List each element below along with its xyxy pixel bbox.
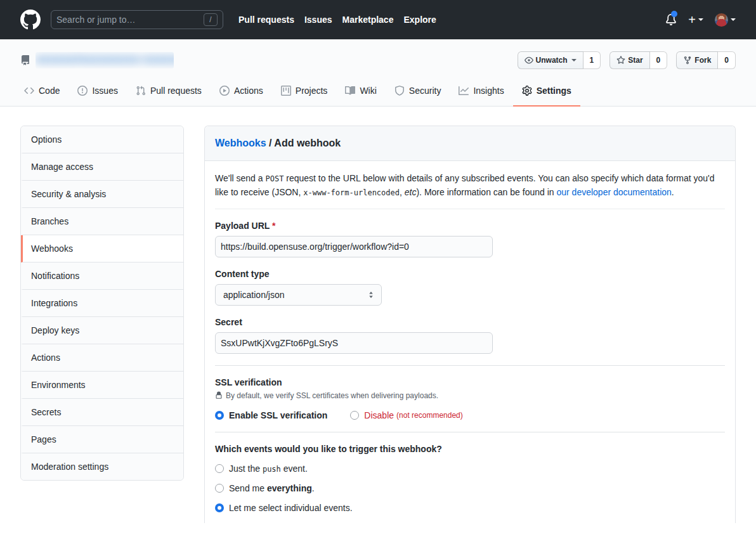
enable-ssl-radio[interactable]: Enable SSL verification bbox=[215, 410, 327, 420]
tab-security[interactable]: Security bbox=[386, 77, 450, 107]
settings-sidebar: Options Manage access Security & analysi… bbox=[20, 126, 184, 481]
event-option-individual[interactable]: Let me select individual events. bbox=[215, 503, 725, 513]
create-new-menu[interactable]: + bbox=[688, 13, 703, 26]
sidebar-item-secrets[interactable]: Secrets bbox=[21, 399, 183, 426]
fork-label: Fork bbox=[694, 56, 711, 65]
page-title: Add webhook bbox=[274, 138, 341, 148]
required-asterisk: * bbox=[272, 221, 275, 231]
sidebar-item-integrations[interactable]: Integrations bbox=[21, 290, 183, 317]
tab-issues[interactable]: Issues bbox=[68, 77, 126, 107]
disable-ssl-radio[interactable]: Disable (not recommended) bbox=[350, 410, 462, 420]
sidebar-item-environments[interactable]: Environments bbox=[21, 372, 183, 399]
sidebar-item-pages[interactable]: Pages bbox=[21, 426, 183, 453]
star-count[interactable]: 0 bbox=[650, 51, 668, 69]
chevron-down-icon bbox=[731, 18, 736, 23]
tab-wiki[interactable]: Wiki bbox=[336, 77, 385, 107]
eye-icon bbox=[525, 56, 533, 65]
notifications-bell[interactable] bbox=[665, 14, 677, 25]
breadcrumb-separator: / bbox=[266, 138, 275, 148]
tab-code[interactable]: Code bbox=[15, 77, 68, 107]
avatar bbox=[715, 13, 728, 27]
tab-actions[interactable]: Actions bbox=[211, 77, 272, 107]
nav-explore[interactable]: Explore bbox=[398, 10, 441, 30]
book-icon bbox=[345, 86, 355, 96]
radio-unselected-icon[interactable] bbox=[350, 411, 359, 420]
radio-selected-icon[interactable] bbox=[215, 503, 224, 512]
radio-selected-icon[interactable] bbox=[215, 411, 224, 420]
tab-pull-requests[interactable]: Pull requests bbox=[127, 77, 211, 107]
slash-shortcut-key: / bbox=[204, 13, 218, 26]
sidebar-item-options[interactable]: Options bbox=[21, 126, 183, 153]
graph-icon bbox=[459, 86, 469, 96]
sidebar-item-moderation-settings[interactable]: Moderation settings bbox=[21, 453, 183, 480]
select-arrows-icon bbox=[366, 290, 376, 300]
webhook-intro-text: We'll send a POST request to the URL bel… bbox=[215, 171, 725, 209]
payload-url-label: Payload URL * bbox=[215, 221, 725, 231]
content-type-select[interactable]: application/json bbox=[215, 284, 382, 306]
search-input[interactable] bbox=[56, 15, 204, 25]
sidebar-item-webhooks[interactable]: Webhooks bbox=[21, 235, 183, 263]
sidebar-item-branches[interactable]: Branches bbox=[21, 208, 183, 235]
star-icon bbox=[616, 56, 625, 65]
developer-documentation-link[interactable]: our developer documentation bbox=[556, 187, 671, 197]
secret-input[interactable] bbox=[215, 332, 493, 354]
events-heading: Which events would you like to trigger t… bbox=[215, 444, 725, 454]
top-nav: Pull requests Issues Marketplace Explore bbox=[233, 10, 441, 30]
secret-label: Secret bbox=[215, 317, 725, 327]
star-button[interactable]: Star bbox=[609, 51, 649, 69]
shield-icon bbox=[394, 86, 405, 96]
sidebar-item-actions[interactable]: Actions bbox=[21, 344, 183, 372]
content-type-selected-value: application/json bbox=[223, 290, 285, 300]
tab-projects[interactable]: Projects bbox=[272, 77, 337, 107]
repo-header: ssssss/sssssssss-ssssss Unwatch 1 Star 0 bbox=[0, 39, 756, 107]
tab-insights[interactable]: Insights bbox=[450, 77, 512, 107]
repo-icon bbox=[20, 55, 30, 65]
ssl-heading: SSL verification bbox=[215, 377, 725, 387]
radio-unselected-icon[interactable] bbox=[215, 484, 224, 493]
git-pull-request-icon bbox=[136, 86, 146, 96]
project-icon bbox=[281, 86, 291, 96]
fork-button[interactable]: Fork bbox=[676, 51, 718, 69]
nav-marketplace[interactable]: Marketplace bbox=[337, 10, 399, 30]
unwatch-label: Unwatch bbox=[536, 56, 568, 65]
sidebar-item-notifications[interactable]: Notifications bbox=[21, 263, 183, 290]
events-section: Which events would you like to trigger t… bbox=[215, 444, 725, 513]
user-menu[interactable] bbox=[715, 13, 736, 27]
nav-issues[interactable]: Issues bbox=[299, 10, 337, 30]
ssl-note: By default, we verify SSL certificates w… bbox=[215, 391, 725, 400]
breadcrumb-webhooks-link[interactable]: Webhooks bbox=[215, 138, 266, 148]
search-box[interactable]: / bbox=[51, 10, 223, 29]
content-type-label: Content type bbox=[215, 269, 725, 279]
repo-name-blur-text: ssssss/sssssssss-ssssss bbox=[36, 52, 174, 65]
webhook-panel: Webhooks / Add webhook We'll send a POST… bbox=[204, 126, 736, 523]
tab-settings[interactable]: Settings bbox=[513, 77, 580, 107]
event-option-just-push[interactable]: Just the push event. bbox=[215, 463, 725, 474]
sidebar-item-security-analysis[interactable]: Security & analysis bbox=[21, 181, 183, 208]
top-header: / Pull requests Issues Marketplace Explo… bbox=[0, 0, 756, 39]
chevron-down-icon bbox=[571, 59, 577, 64]
star-button-group: Star 0 bbox=[609, 51, 667, 69]
unwatch-button[interactable]: Unwatch bbox=[518, 51, 583, 69]
fork-button-group: Fork 0 bbox=[676, 51, 736, 69]
lock-icon bbox=[215, 391, 223, 399]
divider bbox=[215, 365, 725, 366]
sidebar-item-deploy-keys[interactable]: Deploy keys bbox=[21, 317, 183, 344]
event-option-everything[interactable]: Send me everything. bbox=[215, 483, 725, 493]
payload-url-input[interactable] bbox=[215, 236, 493, 257]
repo-tabs: Code Issues Pull requests Actions Projec… bbox=[15, 77, 736, 106]
nav-pull-requests[interactable]: Pull requests bbox=[233, 10, 299, 30]
divider bbox=[215, 432, 725, 432]
fork-count[interactable]: 0 bbox=[718, 51, 736, 69]
breadcrumb: Webhooks / Add webhook bbox=[205, 126, 735, 161]
github-logo-icon[interactable] bbox=[20, 10, 41, 30]
play-icon bbox=[219, 86, 230, 96]
sidebar-item-manage-access[interactable]: Manage access bbox=[21, 153, 183, 181]
issue-opened-icon bbox=[77, 86, 88, 96]
ssl-verification-section: SSL verification By default, we verify S… bbox=[215, 377, 725, 420]
watch-count[interactable]: 1 bbox=[583, 51, 601, 69]
code-icon bbox=[24, 86, 34, 96]
repo-name-redacted[interactable]: ssssss/sssssssss-ssssss bbox=[36, 52, 174, 68]
fork-icon bbox=[683, 56, 692, 65]
radio-unselected-icon[interactable] bbox=[215, 464, 224, 473]
chevron-down-icon bbox=[698, 18, 703, 23]
